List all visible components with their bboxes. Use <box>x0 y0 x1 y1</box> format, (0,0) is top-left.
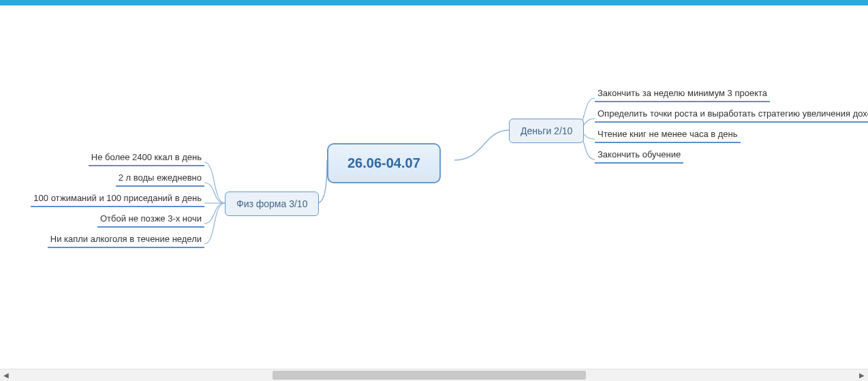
center-node[interactable]: 26.06-04.07 <box>327 143 441 183</box>
leaf-label: Определить точки роста и выработать стра… <box>598 108 868 119</box>
leaf-label: Не более 2400 ккал в день <box>91 152 202 162</box>
leaf-label: 2 л воды ежедневно <box>119 172 202 183</box>
center-node-label: 26.06-04.07 <box>347 155 420 170</box>
branch-node-label: Деньги 2/10 <box>521 125 572 136</box>
leaf-node[interactable]: Определить точки роста и выработать стра… <box>595 107 868 123</box>
branch-node-fitness[interactable]: Физ форма 3/10 <box>225 192 319 216</box>
app-top-bar <box>0 0 868 5</box>
leaf-node[interactable]: 100 отжиманий и 100 приседаний в день <box>31 192 204 207</box>
leaf-label: Чтение книг не менее часа в день <box>598 129 738 139</box>
leaf-node[interactable]: Закончить за неделю минимум 3 проекта <box>595 87 770 102</box>
mindmap-canvas[interactable]: 26.06-04.07 Деньги 2/10 Закончить за нед… <box>0 5 868 366</box>
leaf-node[interactable]: Отбой не позже 3-х ночи <box>97 212 204 228</box>
leaf-label: 100 отжиманий и 100 приседаний в день <box>33 193 202 203</box>
leaf-node[interactable]: Ни капли алкоголя в течение недели <box>48 232 204 248</box>
leaf-label: Закончить за неделю минимум 3 проекта <box>598 88 767 98</box>
branch-node-money[interactable]: Деньги 2/10 <box>509 119 584 143</box>
horizontal-scrollbar[interactable]: ◀ ▶ <box>0 369 868 381</box>
leaf-node[interactable]: Чтение книг не менее часа в день <box>595 127 741 143</box>
scroll-left-arrow-icon[interactable]: ◀ <box>0 369 12 381</box>
leaf-label: Отбой не позже 3-х ночи <box>100 213 202 224</box>
leaf-node[interactable]: Не более 2400 ккал в день <box>89 151 204 166</box>
leaf-label: Ни капли алкоголя в течение недели <box>50 234 202 244</box>
scroll-right-arrow-icon[interactable]: ▶ <box>856 369 868 381</box>
leaf-label: Закончить обучение <box>598 149 681 159</box>
leaf-node[interactable]: 2 л воды ежедневно <box>116 171 204 187</box>
branch-node-label: Физ форма 3/10 <box>236 198 307 209</box>
scrollbar-thumb[interactable] <box>273 371 586 380</box>
leaf-node[interactable]: Закончить обучение <box>595 148 683 164</box>
